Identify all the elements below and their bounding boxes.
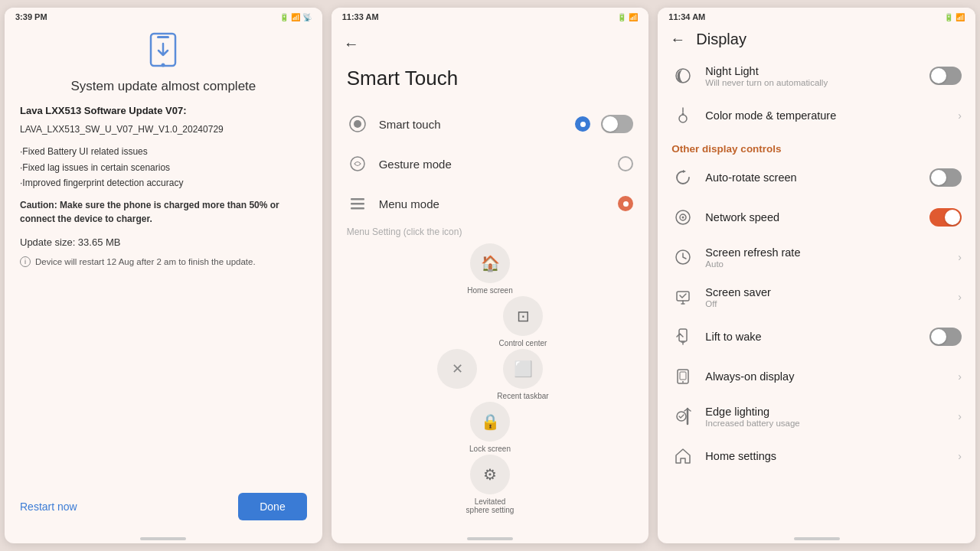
color-mode-row[interactable]: Color mode & temperature › [658,96,975,135]
smart-touch-row[interactable]: Smart touch [332,104,649,144]
other-display-controls-header: Other display controls [658,135,975,158]
gesture-mode-row[interactable]: Gesture mode [332,144,649,184]
menu-row-3: ✕ ⬜ Recent taskbar [430,349,550,400]
edge-lighting-label: Edge lighting [705,406,947,418]
svg-point-10 [679,115,687,122]
back-button-3[interactable]: ← [670,31,685,48]
screen-refresh-chevron: › [958,251,962,263]
screen-saver-chevron: › [958,291,962,303]
lift-to-wake-label: Lift to wake [705,331,919,343]
color-mode-icon [671,104,694,127]
menu-mode-row[interactable]: Menu mode [332,184,649,223]
lock-label: Lock screen [469,445,511,453]
smart-touch-title: Smart Touch [332,59,649,104]
auto-rotate-row[interactable]: Auto-rotate screen [658,158,975,197]
update-changes: ·Fixed Battery UI related issues ·Fixed … [20,144,183,191]
gesture-mode-label: Gesture mode [379,158,608,171]
recent-taskbar-label: Recent taskbar [497,392,548,400]
home-settings-row[interactable]: Home settings › [658,436,975,476]
night-light-label: Night Light [705,65,919,77]
wifi-icon: 📶 [291,13,300,21]
auto-rotate-toggle[interactable] [929,168,962,187]
night-light-row[interactable]: Night Light Will never turn on automatic… [658,56,975,96]
menu-mode-radio[interactable] [618,196,633,211]
network-speed-row[interactable]: Network speed [658,197,975,237]
screen-refresh-sub: Auto [705,259,947,269]
menu-row-5: ⚙ Levitated sphere setting [462,455,518,514]
svg-rect-17 [679,329,687,341]
night-light-toggle[interactable] [929,67,962,85]
restart-now-button[interactable]: Restart now [20,500,77,513]
smart-touch-radio[interactable] [575,116,590,132]
caution-label: Caution [20,200,54,210]
menu-item-home[interactable]: 🏠 Home screen [462,243,518,295]
auto-rotate-text: Auto-rotate screen [705,171,919,184]
panel1-action-buttons: Restart now Done [20,493,307,520]
network-speed-toggle[interactable] [929,208,962,227]
panel-display: 11:34 AM 🔋 📶 ← Display Night Light Will … [658,8,975,543]
system-update-content: System update almost complete Lava LXX51… [5,24,322,533]
always-on-row[interactable]: Always-on display › [658,357,975,396]
edge-lighting-sub: Increased battery usage [705,419,947,428]
caution-body: : Make sure the phone is charged more th… [20,200,279,224]
svg-point-21 [677,412,686,421]
panel-system-update: 3:39 PM 🔋 📶 📡 System update almost compl… [5,8,322,543]
menu-mode-icon [347,193,368,214]
always-on-label: Always-on display [705,370,947,383]
screen-refresh-icon [671,246,694,269]
wifi-icon-3: 📶 [956,13,965,21]
home-icon: 🏠 [470,243,510,283]
bottom-nav-bar-2 [467,537,513,540]
restart-note: i Device will restart 12 Aug after 2 am … [20,256,256,268]
control-center-icon: ⊡ [503,296,543,336]
sphere-setting-label: Levitated sphere setting [462,497,518,514]
smart-touch-content: ← Smart Touch Smart touch Gesture m [332,24,649,533]
menu-row-4: 🔒 Lock screen [462,402,518,453]
screen-saver-row[interactable]: Screen saver Off › [658,277,975,317]
home-label: Home screen [467,286,512,295]
lift-to-wake-text: Lift to wake [705,331,919,343]
menu-item-recent[interactable]: ⬜ Recent taskbar [495,349,550,400]
screen-saver-sub: Off [705,299,947,308]
screen-refresh-label: Screen refresh rate [705,246,947,259]
gesture-mode-radio[interactable] [618,156,633,171]
gesture-icon [347,153,368,174]
update-phone-icon [147,32,179,70]
lock-icon: 🔒 [470,402,510,442]
status-icons-2: 🔋 📶 [617,13,638,21]
screen-saver-icon [671,285,694,308]
done-button[interactable]: Done [238,493,306,520]
menu-mode-label: Menu mode [379,197,608,210]
change-1: ·Fixed Battery UI related issues [20,144,183,159]
lift-to-wake-row[interactable]: Lift to wake [658,317,975,357]
menu-item-lock[interactable]: 🔒 Lock screen [462,402,518,453]
smart-touch-toggle[interactable] [601,115,633,133]
panel-smart-touch: 11:33 AM 🔋 📶 ← Smart Touch Smart touch [332,8,649,543]
sphere-setting-icon: ⚙ [470,455,510,494]
lift-to-wake-toggle[interactable] [929,328,962,346]
night-light-text: Night Light Will never turn on automatic… [705,65,919,87]
edge-lighting-row[interactable]: Edge lighting Increased battery usage › [658,396,975,436]
svg-rect-20 [680,372,686,380]
battery-icon-2: 🔋 [617,13,626,21]
menu-item-close[interactable]: ✕ [430,349,485,400]
menu-item-control[interactable]: ⊡ Control center [495,296,550,347]
wifi-icon-2: 📶 [629,13,638,21]
screen-saver-text: Screen saver Off [705,286,947,308]
update-device-label: Lava LXX513 Software Update V07: [20,104,186,118]
menu-row-2: ⊡ Control center [430,296,550,347]
svg-point-14 [682,217,684,219]
screen-refresh-row[interactable]: Screen refresh rate Auto › [658,237,975,277]
menu-item-sphere[interactable]: ⚙ Levitated sphere setting [462,455,518,514]
auto-rotate-icon [671,166,694,189]
display-header: ← Display [658,24,975,56]
always-on-icon [671,365,694,388]
status-time-2: 11:33 AM [342,12,379,21]
edge-lighting-text: Edge lighting Increased battery usage [705,406,947,428]
back-button-2[interactable]: ← [332,29,649,59]
menu-setting-label: Menu Setting (click the icon) [332,223,649,243]
display-content: ← Display Night Light Will never turn on… [658,24,975,533]
auto-rotate-label: Auto-rotate screen [705,171,919,184]
close-icon: ✕ [437,349,477,389]
svg-rect-8 [351,207,364,210]
